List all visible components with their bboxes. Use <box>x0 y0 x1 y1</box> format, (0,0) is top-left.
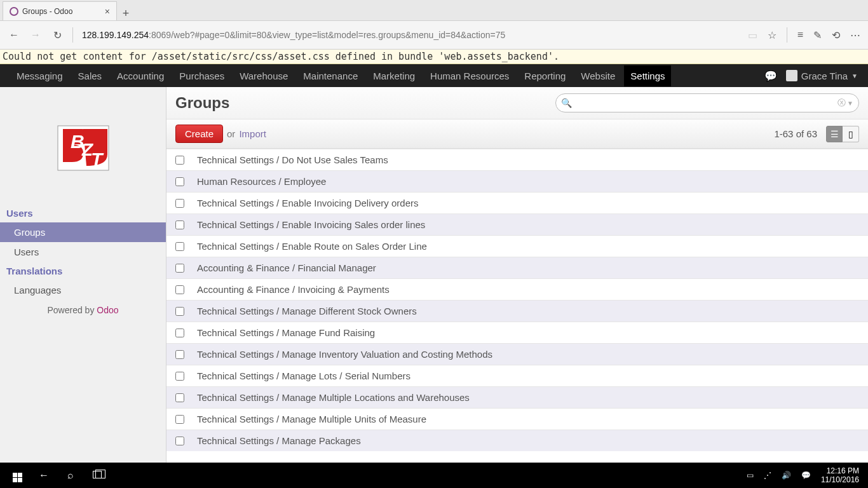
user-menu[interactable]: Grace Tina ▼ <box>786 70 858 81</box>
row-checkbox[interactable] <box>175 242 184 251</box>
row-label: Technical Settings / Do Not Use Sales Te… <box>197 154 388 165</box>
row-checkbox[interactable] <box>175 307 184 316</box>
table-row[interactable]: Technical Settings / Manage Packages <box>166 430 868 451</box>
hub-icon[interactable]: ≡ <box>797 29 803 41</box>
row-checkbox[interactable] <box>175 350 184 359</box>
more-icon[interactable]: ⋯ <box>850 29 860 41</box>
forward-icon[interactable]: → <box>29 29 42 41</box>
table-row[interactable]: Technical Settings / Do Not Use Sales Te… <box>166 149 868 170</box>
refresh-icon[interactable]: ↻ <box>51 29 64 41</box>
table-row[interactable]: Technical Settings / Manage Fund Raising <box>166 322 868 343</box>
table-row[interactable]: Human Resources / Employee <box>166 170 868 192</box>
row-checkbox[interactable] <box>175 177 184 186</box>
form-view-button[interactable]: ▯ <box>843 126 859 142</box>
address-bar: ← → ↻ 128.199.149.254:8069/web?#page=0&l… <box>0 20 868 50</box>
new-tab-button[interactable]: + <box>117 7 135 20</box>
notifications-icon[interactable]: 💬 <box>801 471 811 480</box>
row-checkbox[interactable] <box>175 372 184 381</box>
table-row[interactable]: Technical Settings / Enable Invoicing Sa… <box>166 214 868 235</box>
notes-icon[interactable]: ✎ <box>813 29 822 41</box>
table-row[interactable]: Accounting & Finance / Financial Manager <box>166 257 868 278</box>
row-label: Technical Settings / Enable Invoicing Sa… <box>197 219 425 230</box>
row-label: Technical Settings / Manage Multiple Uni… <box>197 414 426 424</box>
nav-warehouse[interactable]: Warehouse <box>233 65 294 86</box>
row-checkbox[interactable] <box>175 199 184 208</box>
search-box[interactable]: 🔍 ⓧ ▼ <box>555 93 859 112</box>
url-input[interactable]: 128.199.149.254:8069/web?#page=0&limit=8… <box>82 30 739 40</box>
row-checkbox[interactable] <box>175 415 184 424</box>
odoo-link[interactable]: Odoo <box>97 305 118 315</box>
separator <box>72 27 73 43</box>
date: 11/10/2016 <box>821 475 859 484</box>
top-nav: MessagingSalesAccountingPurchasesWarehou… <box>0 64 868 87</box>
sidebar-item-languages[interactable]: Languages <box>0 280 166 300</box>
search-task-icon[interactable]: ⌕ <box>57 470 84 481</box>
reading-icon[interactable]: ▭ <box>748 29 757 41</box>
row-checkbox[interactable] <box>175 156 184 165</box>
nav-messaging[interactable]: Messaging <box>10 65 69 86</box>
create-button[interactable]: Create <box>175 125 223 143</box>
tab-bar: Groups - Odoo × + <box>0 0 868 20</box>
battery-icon[interactable]: ▭ <box>747 471 754 480</box>
nav-reporting[interactable]: Reporting <box>518 65 572 86</box>
search-input[interactable] <box>576 98 834 108</box>
browser-tab[interactable]: Groups - Odoo × <box>3 1 117 20</box>
row-label: Accounting & Finance / Financial Manager <box>197 262 376 273</box>
nav-maintenance[interactable]: Maintenance <box>297 65 364 86</box>
row-checkbox[interactable] <box>175 285 184 294</box>
search-dropdown-icon[interactable]: ▼ <box>847 100 853 107</box>
close-tab-icon[interactable]: × <box>105 6 110 17</box>
sidebar-item-users[interactable]: Users <box>0 242 166 262</box>
table-row[interactable]: Technical Settings / Enable Invoicing De… <box>166 192 868 214</box>
table-row[interactable]: Technical Settings / Manage Different St… <box>166 300 868 322</box>
back-icon[interactable]: ← <box>8 29 20 41</box>
table-row[interactable]: Technical Settings / Manage Lots / Seria… <box>166 365 868 386</box>
row-checkbox[interactable] <box>175 393 184 402</box>
row-label: Technical Settings / Manage Inventory Va… <box>197 349 492 360</box>
import-link[interactable]: Import <box>239 128 266 139</box>
list-view-button[interactable]: ☰ <box>826 126 843 142</box>
avatar <box>786 70 797 81</box>
separator <box>787 27 787 43</box>
asset-warning: Could not get content for /asset/static/… <box>0 50 868 64</box>
table-row[interactable]: Accounting & Finance / Invoicing & Payme… <box>166 278 868 300</box>
row-label: Technical Settings / Manage Packages <box>197 435 361 446</box>
nav-accounting[interactable]: Accounting <box>111 65 170 86</box>
system-tray: ▭ ⋰ 🔊 💬 12:16 PM 11/10/2016 <box>747 466 864 484</box>
browser-actions: ▭ ☆ ≡ ✎ ⟲ ⋯ <box>748 27 860 43</box>
row-label: Technical Settings / Manage Different St… <box>197 306 417 316</box>
row-checkbox[interactable] <box>175 220 184 229</box>
nav-settings[interactable]: Settings <box>624 65 671 86</box>
task-view-icon[interactable] <box>84 470 111 481</box>
sidebar-item-groups[interactable]: Groups <box>0 222 166 242</box>
share-icon[interactable]: ⟲ <box>832 29 840 41</box>
page-title: Groups <box>175 94 229 112</box>
nav-human-resources[interactable]: Human Resources <box>424 65 515 86</box>
clear-search-icon[interactable]: ⓧ <box>837 97 846 109</box>
clock[interactable]: 12:16 PM 11/10/2016 <box>821 466 859 484</box>
tab-title: Groups - Odoo <box>22 7 72 16</box>
table-row[interactable]: Technical Settings / Manage Multiple Uni… <box>166 408 868 430</box>
nav-purchases[interactable]: Purchases <box>173 65 231 86</box>
row-checkbox[interactable] <box>175 437 184 445</box>
nav-sales[interactable]: Sales <box>72 65 109 86</box>
volume-icon[interactable]: 🔊 <box>782 471 791 480</box>
wifi-icon[interactable]: ⋰ <box>764 471 771 480</box>
nav-marketing[interactable]: Marketing <box>367 65 421 86</box>
top-nav-right: 💬 Grace Tina ▼ <box>764 70 858 82</box>
row-checkbox[interactable] <box>175 264 184 273</box>
row-label: Technical Settings / Enable Route on Sal… <box>197 241 427 252</box>
table-row[interactable]: Technical Settings / Enable Route on Sal… <box>166 235 868 257</box>
favorite-icon[interactable]: ☆ <box>768 29 776 41</box>
user-name: Grace Tina <box>801 71 848 81</box>
nav-website[interactable]: Website <box>574 65 621 86</box>
start-button[interactable] <box>4 468 31 482</box>
svg-text:T: T <box>91 149 104 170</box>
table-row[interactable]: Technical Settings / Manage Inventory Va… <box>166 343 868 365</box>
row-label: Technical Settings / Manage Lots / Seria… <box>197 370 410 381</box>
content: Groups 🔍 ⓧ ▼ Create or Import 1-63 of 63… <box>166 87 868 472</box>
back-task-icon[interactable]: ← <box>31 470 57 481</box>
chat-icon[interactable]: 💬 <box>764 70 777 82</box>
row-checkbox[interactable] <box>175 329 184 337</box>
table-row[interactable]: Technical Settings / Manage Multiple Loc… <box>166 386 868 408</box>
